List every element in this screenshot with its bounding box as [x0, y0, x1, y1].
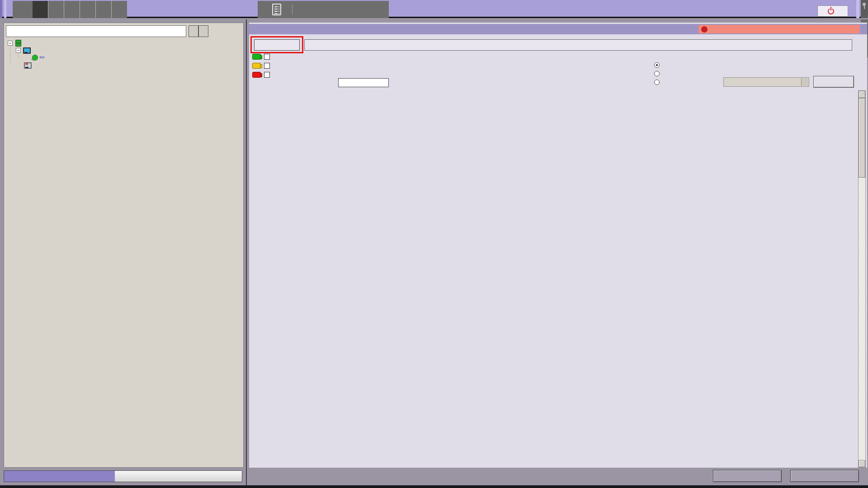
menu-item-detection-tools[interactable]: [64, 1, 80, 18]
dropdown-arrow-icon: [801, 78, 808, 86]
radio-button[interactable]: [654, 62, 660, 68]
system-log-tab[interactable]: [258, 1, 389, 18]
filter-input[interactable]: [338, 78, 389, 87]
manually-supported-checkbox[interactable]: [264, 63, 270, 69]
edge-stripe: [856, 0, 859, 18]
window-bottom-edge: [0, 485, 868, 488]
warning-icon: [701, 26, 708, 33]
collapse-expander-icon[interactable]: [8, 41, 13, 46]
search-prev-button[interactable]: [189, 25, 198, 37]
radio-button[interactable]: [654, 71, 660, 76]
tree-item-add-device[interactable]: [32, 54, 44, 61]
legend-unsupported: [252, 71, 273, 78]
top-menu-bar: [0, 0, 868, 18]
camera-icon: [252, 72, 261, 78]
tree-search-input[interactable]: [6, 25, 186, 37]
scrollbar-thumb[interactable]: [859, 98, 865, 178]
tree-connector: [10, 44, 10, 65]
computer-icon: [23, 47, 30, 53]
radio-keep-current-settings[interactable]: [654, 62, 663, 68]
side-panel-handle[interactable]: [861, 0, 868, 18]
device-list: [249, 90, 857, 468]
scroll-up-icon[interactable]: [859, 91, 865, 98]
scroll-down-icon[interactable]: [859, 460, 865, 467]
menu-item-users[interactable]: [95, 1, 111, 18]
add-all-button[interactable]: [813, 76, 854, 88]
search-devices-button[interactable]: [254, 39, 300, 51]
main-menu: [13, 1, 127, 18]
radio-button[interactable]: [654, 80, 660, 85]
power-icon: [828, 8, 834, 14]
collapse-expander-icon[interactable]: [16, 48, 21, 53]
edge-stripe: [4, 0, 6, 18]
app-window: ✕: [0, 0, 868, 488]
pin-icon: [863, 3, 866, 6]
archive-warning-banner: [698, 25, 860, 33]
radio-start-with-parameters[interactable]: [654, 79, 663, 85]
exit-button[interactable]: [817, 5, 848, 17]
tree-item-default[interactable]: [8, 39, 24, 47]
x-icon: ✕: [25, 61, 28, 66]
object-tree-panel: ✕: [4, 23, 244, 468]
menu-item-archive[interactable]: [48, 1, 64, 18]
edge-stripe: [0, 0, 2, 18]
device-list-scrollbar[interactable]: [858, 90, 866, 468]
tree-item-tp-pc[interactable]: [16, 47, 32, 54]
divider: [292, 4, 292, 15]
tree-item-unallocated-servers[interactable]: ✕: [24, 61, 33, 69]
legend-manually-supported: [252, 62, 273, 69]
menu-item-devices[interactable]: [33, 1, 48, 18]
camera-icon: [252, 54, 261, 60]
tree-item-label: [40, 57, 44, 58]
cancel-button[interactable]: [790, 470, 859, 482]
tab-devices[interactable]: [4, 470, 115, 482]
menu-item-options[interactable]: [111, 1, 127, 18]
magnifier-icon: [32, 55, 38, 61]
radio-start-default-settings[interactable]: [654, 70, 663, 77]
servers-icon: [15, 40, 21, 46]
system-log-icon: [272, 4, 281, 15]
gear-icon[interactable]: [13, 1, 33, 18]
camera-icon: [252, 63, 261, 69]
unsupported-checkbox[interactable]: [264, 72, 270, 78]
apply-button[interactable]: [713, 470, 782, 482]
parameters-dropdown[interactable]: [723, 77, 809, 87]
unallocated-monitor-icon: ✕: [24, 62, 31, 68]
device-search-input[interactable]: [304, 39, 852, 51]
menu-item-programming[interactable]: [80, 1, 95, 18]
fully-supported-checkbox[interactable]: [264, 54, 270, 60]
panel-divider: [246, 19, 247, 485]
legend-fully-supported: [252, 53, 273, 60]
search-next-button[interactable]: [198, 25, 208, 37]
tab-groups[interactable]: [115, 470, 242, 482]
